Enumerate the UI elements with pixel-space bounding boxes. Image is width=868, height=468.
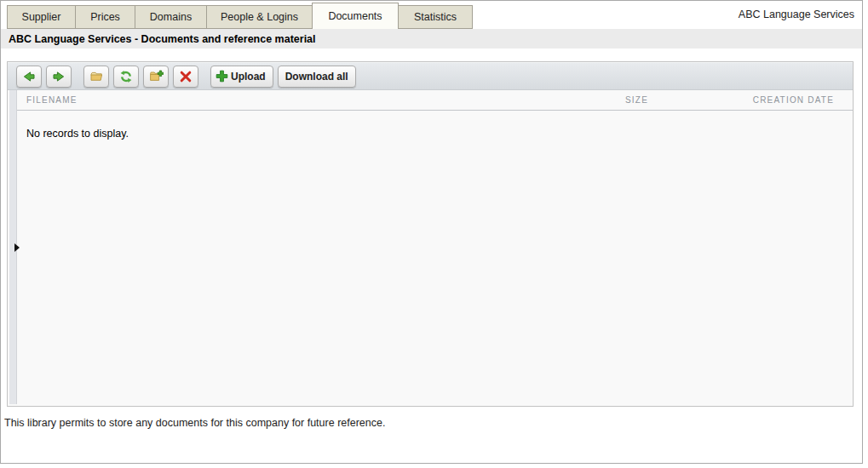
company-name-label: ABC Language Services [739,9,854,20]
column-header-size[interactable]: SIZE [597,95,648,105]
column-header-creation-date[interactable]: CREATION DATE [732,95,834,105]
refresh-icon [119,70,133,83]
refresh-button[interactable] [113,66,139,88]
empty-records-message: No records to display. [17,111,853,140]
delete-x-icon [179,70,193,83]
tab-prices[interactable]: Prices [75,5,135,29]
download-all-button-label: Download all [283,71,351,83]
back-button[interactable] [16,66,42,88]
documents-grid: FILENAME SIZE CREATION DATE No records t… [17,90,853,406]
library-description: This library permits to store any docume… [4,417,385,429]
documents-page: Supplier Prices Domains People & Logins … [0,0,863,464]
new-folder-button[interactable] [143,66,169,88]
column-header-filename[interactable]: FILENAME [26,95,597,105]
arrow-left-icon [22,70,36,83]
upload-button[interactable]: Upload [210,66,273,88]
tab-supplier[interactable]: Supplier [7,5,76,29]
documents-list-area: FILENAME SIZE CREATION DATE No records t… [8,90,853,406]
tab-strip: Supplier Prices Domains People & Logins … [7,1,473,29]
upload-button-label: Upload [228,71,268,83]
tab-people-logins[interactable]: People & Logins [206,5,313,29]
documents-panel: Upload Download all FILENAME SIZE CREATI… [7,61,854,407]
open-folder-button[interactable] [83,66,109,88]
folder-open-icon [89,70,104,83]
tab-bar: Supplier Prices Domains People & Logins … [1,1,862,29]
documents-toolbar: Upload Download all [8,62,853,90]
page-title: ABC Language Services - Documents and re… [1,33,316,45]
tab-statistics[interactable]: Statistics [398,5,473,29]
folder-new-icon [149,70,164,83]
tab-domains[interactable]: Domains [135,5,207,29]
download-all-button[interactable]: Download all [278,66,356,88]
section-header-bar: ABC Language Services - Documents and re… [1,29,862,49]
plus-icon [216,70,228,83]
forward-button[interactable] [46,66,72,88]
tab-documents[interactable]: Documents [312,3,399,29]
delete-button[interactable] [173,66,198,88]
arrow-right-icon [52,70,66,83]
grid-header-row: FILENAME SIZE CREATION DATE [17,90,853,111]
sidebar-splitter[interactable] [9,90,17,404]
